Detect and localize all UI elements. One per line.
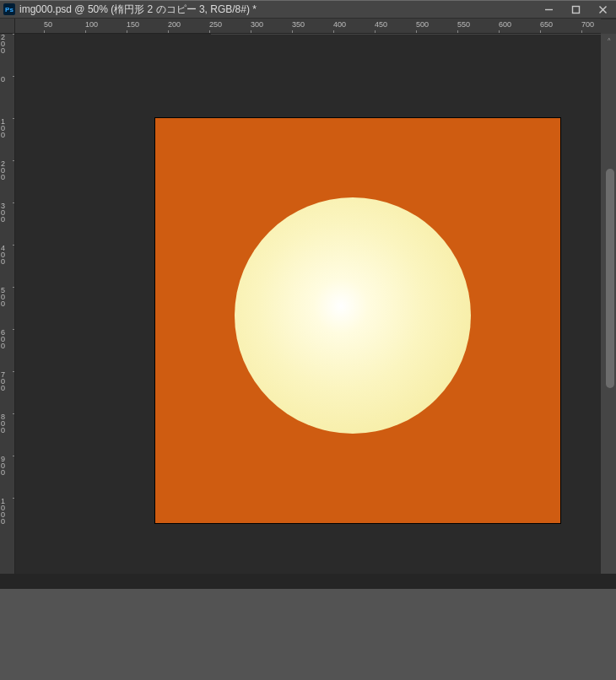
- minimize-button[interactable]: [535, 1, 562, 18]
- work-area: 0501001502002503003504004505005506006507…: [0, 19, 616, 589]
- ruler-tick: 250: [209, 20, 222, 29]
- ruler-tick: 450: [375, 20, 387, 29]
- ruler-tick: 900: [1, 456, 13, 476]
- ruler-tick: 500: [1, 287, 13, 307]
- document-title: img000.psd @ 50% (楕円形 2 のコピー 3, RGB/8#) …: [19, 3, 535, 17]
- photoshop-window: Ps img000.psd @ 50% (楕円形 2 のコピー 3, RGB/8…: [0, 0, 616, 680]
- ruler-tick: 200: [168, 20, 181, 29]
- ruler-tick: 600: [499, 20, 511, 29]
- ruler-tick: 1000: [1, 498, 13, 525]
- ruler-tick: 500: [416, 20, 429, 29]
- maximize-button[interactable]: [562, 1, 589, 18]
- ruler-tick: 400: [1, 245, 13, 265]
- close-button[interactable]: [589, 1, 616, 18]
- app-chrome-filler: [0, 589, 616, 680]
- titlebar[interactable]: Ps img000.psd @ 50% (楕円形 2 のコピー 3, RGB/8…: [0, 0, 616, 19]
- horizontal-ruler[interactable]: 0501001502002503003504004505005506006507…: [15, 19, 601, 34]
- vertical-scrollbar[interactable]: [601, 34, 616, 574]
- ruler-tick: 300: [251, 20, 263, 29]
- ruler-tick: 150: [127, 20, 139, 29]
- ruler-tick: 700: [581, 20, 594, 29]
- svg-rect-1: [572, 6, 579, 13]
- ruler-tick: 700: [1, 371, 13, 391]
- window-controls: [535, 1, 616, 18]
- vertical-ruler[interactable]: 20001002003004005006007008009001000: [0, 34, 15, 574]
- scroll-up-arrow-icon[interactable]: ˄: [607, 37, 612, 48]
- ruler-tick: 50: [44, 20, 52, 29]
- photoshop-app-icon: Ps: [3, 3, 15, 15]
- ruler-tick: 550: [457, 20, 470, 29]
- ruler-tick: 800: [1, 413, 13, 434]
- ruler-tick: 100: [1, 118, 13, 138]
- ruler-tick: 300: [1, 202, 13, 223]
- ruler-tick: 350: [292, 20, 305, 29]
- canvas-viewport[interactable]: [15, 34, 601, 574]
- ruler-tick: 0: [1, 76, 13, 83]
- ruler-tick: 650: [540, 20, 553, 29]
- vertical-scrollbar-thumb[interactable]: [606, 169, 614, 388]
- document-canvas[interactable]: [155, 118, 560, 523]
- ruler-tick: 200: [1, 34, 13, 54]
- ruler-tick: 600: [1, 329, 13, 349]
- ruler-tick: 200: [1, 160, 13, 181]
- ruler-corner[interactable]: [0, 19, 15, 34]
- ellipse-shape[interactable]: [235, 197, 471, 434]
- ruler-tick: 400: [333, 20, 346, 29]
- ruler-tick: 100: [85, 20, 98, 29]
